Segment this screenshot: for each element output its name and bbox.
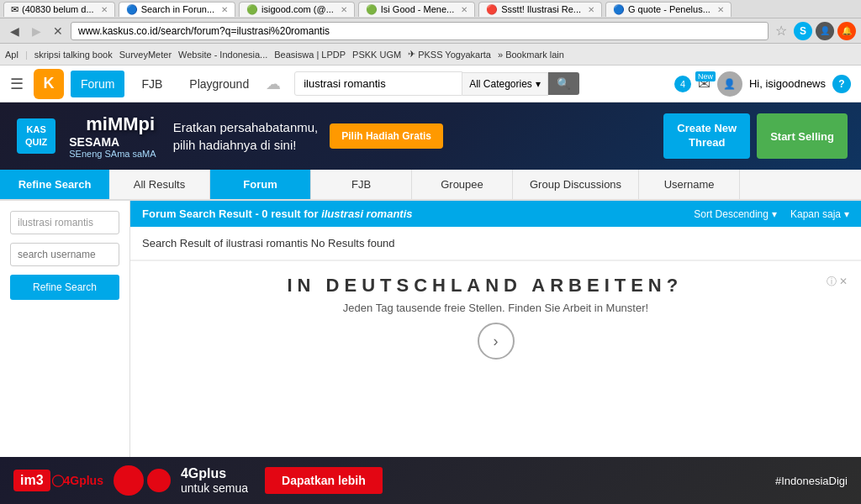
site-header: ☰ K Forum FJB Playground ☁ All Categorie… [0, 66, 861, 102]
bookmark-star-icon[interactable]: ☆ [775, 23, 787, 39]
user-greeting: Hi, isigoodnews [749, 77, 826, 90]
result-header: Forum Search Result - 0 result for ilust… [130, 201, 861, 227]
start-selling-button[interactable]: Start Selling [757, 113, 848, 159]
skype-icon[interactable]: S [794, 22, 812, 40]
bookmarks-bar: Apl | skripsi talking book SurveyMeter W… [0, 44, 861, 66]
bookmark-beasiswa[interactable]: Beasiswa | LPDP [274, 50, 346, 60]
address-bar[interactable] [71, 22, 769, 40]
browser-tab-4[interactable]: 🟢 Isi Good - Mene... ✕ [358, 2, 475, 17]
user-icon[interactable]: 👤 [816, 22, 834, 40]
sort-label: Sort Descending [694, 208, 769, 220]
sort-descending[interactable]: Sort Descending ▾ [694, 208, 777, 220]
date-label: Kapan saja [790, 208, 841, 220]
chevron-down-icon: ▾ [536, 78, 541, 90]
kaskus-logo[interactable]: K [34, 69, 64, 99]
mail-icon[interactable]: ✉ New [698, 75, 710, 93]
tab-fjb[interactable]: FJB [311, 170, 412, 199]
tab-1-close[interactable]: ✕ [101, 5, 108, 14]
browser-tab-5[interactable]: 🔴 Ssstt! Ilustrasi Re... ✕ [478, 2, 602, 17]
tab-2-close[interactable]: ✕ [221, 5, 228, 14]
tab-3-favicon: 🟢 [246, 4, 258, 15]
tab-group-discussions[interactable]: Group Discussions [513, 170, 639, 199]
tab-4-label: Isi Good - Mene... [381, 4, 454, 14]
bookmark-pskk[interactable]: PSKK UGM [352, 50, 401, 60]
tab-1-favicon: ✉ [11, 4, 18, 15]
result-count: - 0 result for [255, 207, 318, 220]
date-chevron-icon: ▾ [844, 208, 849, 220]
ad-circle-button[interactable]: › [478, 323, 515, 360]
tab-3-close[interactable]: ✕ [341, 5, 347, 14]
browser-tab-3[interactable]: 🟢 isigood.com (@... ✕ [239, 2, 355, 17]
bottom-banner: im3 ⃝ 4Gplus 4Gplus untuk semua Dapatkan… [0, 457, 861, 504]
bookmark-more[interactable]: » Bookmark lain [498, 50, 564, 60]
result-prefix: Forum Search Result [142, 207, 252, 220]
bookmark-skripsi[interactable]: skripsi talking book [34, 50, 113, 60]
notification-icon[interactable]: 🔔 [837, 22, 856, 40]
sidebar-search-input[interactable] [10, 211, 119, 234]
notification-count: 4 [680, 79, 685, 89]
hashtag-text: #IndonesiaDigi [775, 475, 848, 487]
hamburger-icon[interactable]: ☰ [10, 75, 24, 93]
nav-playground[interactable]: Playground [179, 71, 259, 97]
search-button[interactable]: 🔍 [548, 72, 579, 95]
search-tabs-row: Refine Search All Results Forum FJB Grou… [0, 170, 861, 201]
search-category-dropdown[interactable]: All Categories ▾ [462, 72, 548, 96]
create-line2: Thread [689, 136, 725, 149]
date-filter[interactable]: Kapan saja ▾ [790, 208, 849, 220]
tab-groupee[interactable]: Groupee [412, 170, 513, 199]
site-banner: KAS QUIZ miMMpi SESAMA SEneng SAma saMA … [0, 102, 861, 170]
reload-button[interactable]: ✕ [49, 22, 67, 40]
back-button[interactable]: ◀ [5, 22, 24, 40]
banner-subtitle: SESAMA [69, 135, 156, 149]
browser-tab-1[interactable]: ✉ (40830 belum d... ✕ [3, 2, 115, 17]
notification-count-badge[interactable]: 4 [674, 76, 691, 92]
sidebar-username-input[interactable] [10, 243, 119, 266]
quiz-label: QUIZ [25, 137, 47, 147]
nav-forum[interactable]: Forum [71, 71, 124, 97]
banner-right-buttons: Create New Thread Start Selling [663, 113, 848, 159]
help-icon[interactable]: ? [832, 75, 851, 93]
no-result-text: Search Result of ilustrasi romantis No R… [130, 227, 861, 260]
tab-6-close[interactable]: ✕ [717, 5, 724, 14]
avatar[interactable]: 👤 [717, 71, 742, 97]
main-content: Refine Search Forum Search Result - 0 re… [0, 201, 861, 500]
bookmark-pkss[interactable]: ✈ PKSS Yogyakarta [408, 49, 491, 60]
ad-close-icons[interactable]: ⓘ ✕ [827, 275, 848, 289]
ad-main-text: IN DEUTSCHLAND ARBEITEN? [144, 275, 848, 297]
tab-5-close[interactable]: ✕ [588, 5, 594, 14]
tab-forum[interactable]: Forum [210, 170, 311, 199]
banner-tagline: SEneng SAma saMA [69, 149, 156, 159]
header-right: 4 ✉ New 👤 Hi, isigoodnews ? [674, 71, 851, 97]
tab-5-favicon: 🔴 [486, 4, 498, 15]
tab-3-label: isigood.com (@... [261, 4, 334, 14]
tab-username[interactable]: Username [639, 170, 740, 199]
tab-all-results[interactable]: All Results [109, 170, 210, 199]
bookmark-survey[interactable]: SurveyMeter [119, 50, 172, 60]
search-container: All Categories ▾ 🔍 [294, 71, 668, 96]
forward-button[interactable]: ▶ [27, 22, 45, 40]
promo-line2: untuk semua [181, 481, 248, 495]
right-content: Forum Search Result - 0 result for ilust… [130, 201, 861, 500]
tab-6-favicon: 🔵 [613, 4, 625, 15]
tab-1-label: (40830 belum d... [22, 4, 94, 14]
browser-tab-2[interactable]: 🔵 Search in Forun... ✕ [119, 2, 235, 17]
bookmark-apps[interactable]: Apl [5, 50, 18, 60]
4gplus-logo: ⃝ 4Gplus [61, 474, 103, 488]
tab-2-label: Search in Forun... [141, 4, 214, 14]
create-thread-button[interactable]: Create New Thread [663, 113, 750, 159]
main-search-input[interactable] [294, 71, 462, 96]
bookmark-website[interactable]: Website - Indonesia... [178, 50, 267, 60]
red-circle-1 [114, 465, 144, 496]
banner-cta-button[interactable]: Pilih Hadiah Gratis [330, 123, 443, 149]
browser-icons: S 👤 🔔 [794, 22, 856, 40]
refine-search-tab-btn[interactable]: Refine Search [0, 170, 109, 199]
refine-search-button[interactable]: Refine Search [10, 275, 119, 300]
cloud-icon: ☁ [266, 75, 281, 93]
browser-tab-6[interactable]: 🔵 G quote - Penelus... ✕ [605, 2, 732, 17]
result-title: Forum Search Result - 0 result for ilust… [142, 207, 413, 220]
tab-4-close[interactable]: ✕ [461, 5, 467, 14]
dapatkan-button[interactable]: Dapatkan lebih [265, 467, 383, 494]
left-sidebar: Refine Search [0, 201, 130, 500]
tab-6-label: G quote - Penelus... [628, 4, 710, 14]
nav-fjb[interactable]: FJB [131, 71, 172, 97]
